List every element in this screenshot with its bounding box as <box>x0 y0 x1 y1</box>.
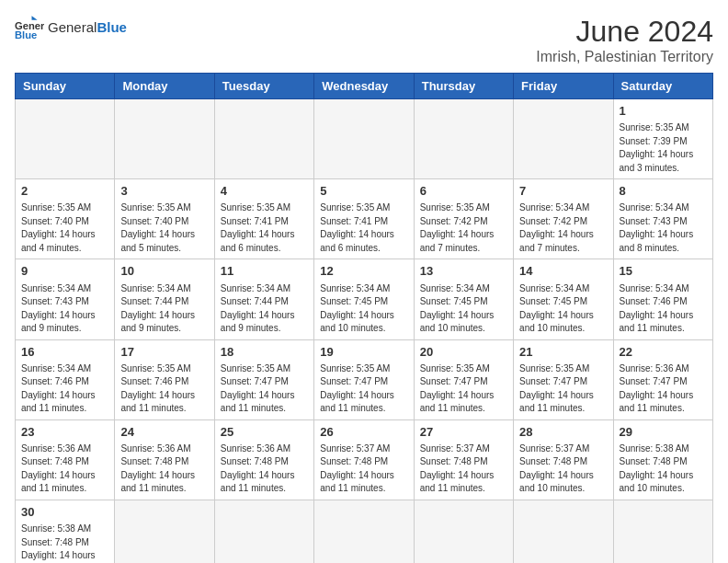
calendar-cell: 12Sunrise: 5:34 AM Sunset: 7:45 PM Dayli… <box>314 259 414 339</box>
day-info: Sunrise: 5:34 AM Sunset: 7:45 PM Dayligh… <box>420 282 507 336</box>
day-number: 16 <box>21 344 108 361</box>
day-info: Sunrise: 5:35 AM Sunset: 7:47 PM Dayligh… <box>420 362 507 416</box>
calendar-cell: 5Sunrise: 5:35 AM Sunset: 7:41 PM Daylig… <box>314 179 414 259</box>
day-number: 24 <box>120 424 208 441</box>
weekday-header-saturday: Saturday <box>613 74 712 99</box>
day-number: 15 <box>620 263 707 280</box>
calendar-cell <box>514 500 613 563</box>
calendar-cell: 11Sunrise: 5:34 AM Sunset: 7:44 PM Dayli… <box>214 259 313 339</box>
calendar-week-3: 9Sunrise: 5:34 AM Sunset: 7:43 PM Daylig… <box>16 259 713 339</box>
calendar-cell <box>514 99 613 179</box>
location: Imrish, Palestinian Territory <box>536 49 713 65</box>
calendar-cell: 15Sunrise: 5:34 AM Sunset: 7:46 PM Dayli… <box>613 259 712 339</box>
day-info: Sunrise: 5:34 AM Sunset: 7:44 PM Dayligh… <box>120 282 208 336</box>
calendar-week-2: 2Sunrise: 5:35 AM Sunset: 7:40 PM Daylig… <box>16 179 713 259</box>
day-info: Sunrise: 5:36 AM Sunset: 7:47 PM Dayligh… <box>620 362 707 416</box>
weekday-header-row: SundayMondayTuesdayWednesdayThursdayFrid… <box>16 74 713 99</box>
calendar-cell <box>214 99 313 179</box>
calendar-cell <box>115 99 214 179</box>
calendar-cell: 27Sunrise: 5:37 AM Sunset: 7:48 PM Dayli… <box>414 419 513 500</box>
day-number: 25 <box>221 424 308 441</box>
calendar-cell: 13Sunrise: 5:34 AM Sunset: 7:45 PM Dayli… <box>414 259 513 339</box>
day-number: 11 <box>221 263 308 280</box>
day-number: 30 <box>21 504 108 521</box>
logo-icon: General Blue <box>15 15 44 40</box>
calendar-cell: 21Sunrise: 5:35 AM Sunset: 7:47 PM Dayli… <box>514 339 613 419</box>
weekday-header-monday: Monday <box>115 74 214 99</box>
calendar-cell: 14Sunrise: 5:34 AM Sunset: 7:45 PM Dayli… <box>514 259 613 339</box>
calendar-cell: 9Sunrise: 5:34 AM Sunset: 7:43 PM Daylig… <box>16 259 115 339</box>
calendar-cell <box>314 500 414 563</box>
svg-text:Blue: Blue <box>15 29 37 40</box>
day-number: 27 <box>420 424 507 441</box>
day-info: Sunrise: 5:35 AM Sunset: 7:40 PM Dayligh… <box>21 201 108 255</box>
day-info: Sunrise: 5:35 AM Sunset: 7:47 PM Dayligh… <box>221 362 308 416</box>
calendar-cell: 29Sunrise: 5:38 AM Sunset: 7:48 PM Dayli… <box>613 419 712 500</box>
day-number: 22 <box>620 344 707 361</box>
day-number: 26 <box>320 424 407 441</box>
calendar-cell: 2Sunrise: 5:35 AM Sunset: 7:40 PM Daylig… <box>16 179 115 259</box>
day-info: Sunrise: 5:34 AM Sunset: 7:44 PM Dayligh… <box>221 282 308 336</box>
month-year: June 2024 <box>536 15 713 49</box>
calendar-cell: 6Sunrise: 5:35 AM Sunset: 7:42 PM Daylig… <box>414 179 513 259</box>
day-info: Sunrise: 5:34 AM Sunset: 7:43 PM Dayligh… <box>620 201 707 255</box>
weekday-header-friday: Friday <box>514 74 613 99</box>
day-number: 1 <box>620 103 707 120</box>
day-info: Sunrise: 5:38 AM Sunset: 7:48 PM Dayligh… <box>620 442 707 496</box>
day-number: 6 <box>420 183 507 200</box>
day-number: 14 <box>519 263 607 280</box>
calendar-cell <box>414 99 513 179</box>
title-block: June 2024 Imrish, Palestinian Territory <box>536 15 713 65</box>
day-info: Sunrise: 5:34 AM Sunset: 7:45 PM Dayligh… <box>320 282 407 336</box>
day-info: Sunrise: 5:37 AM Sunset: 7:48 PM Dayligh… <box>320 442 407 496</box>
weekday-header-sunday: Sunday <box>16 74 115 99</box>
calendar-week-6: 30Sunrise: 5:38 AM Sunset: 7:48 PM Dayli… <box>16 500 713 563</box>
day-number: 10 <box>120 263 208 280</box>
logo: General Blue GeneralBlue <box>15 15 127 40</box>
calendar-cell <box>115 500 214 563</box>
day-number: 29 <box>620 424 707 441</box>
day-info: Sunrise: 5:35 AM Sunset: 7:41 PM Dayligh… <box>320 201 407 255</box>
calendar-cell: 22Sunrise: 5:36 AM Sunset: 7:47 PM Dayli… <box>613 339 712 419</box>
weekday-header-tuesday: Tuesday <box>214 74 313 99</box>
day-info: Sunrise: 5:36 AM Sunset: 7:48 PM Dayligh… <box>221 442 308 496</box>
day-number: 3 <box>120 183 208 200</box>
day-info: Sunrise: 5:34 AM Sunset: 7:45 PM Dayligh… <box>519 282 607 336</box>
day-number: 8 <box>620 183 707 200</box>
calendar-week-1: 1Sunrise: 5:35 AM Sunset: 7:39 PM Daylig… <box>16 99 713 179</box>
day-number: 4 <box>221 183 308 200</box>
calendar-cell: 20Sunrise: 5:35 AM Sunset: 7:47 PM Dayli… <box>414 339 513 419</box>
day-info: Sunrise: 5:37 AM Sunset: 7:48 PM Dayligh… <box>519 442 607 496</box>
calendar-cell: 28Sunrise: 5:37 AM Sunset: 7:48 PM Dayli… <box>514 419 613 500</box>
day-number: 5 <box>320 183 407 200</box>
calendar-week-4: 16Sunrise: 5:34 AM Sunset: 7:46 PM Dayli… <box>16 339 713 419</box>
day-number: 19 <box>320 344 407 361</box>
calendar-cell: 23Sunrise: 5:36 AM Sunset: 7:48 PM Dayli… <box>16 419 115 500</box>
calendar-cell <box>214 500 313 563</box>
day-info: Sunrise: 5:35 AM Sunset: 7:47 PM Dayligh… <box>320 362 407 416</box>
calendar-cell <box>16 99 115 179</box>
day-info: Sunrise: 5:34 AM Sunset: 7:46 PM Dayligh… <box>620 282 707 336</box>
weekday-header-thursday: Thursday <box>414 74 513 99</box>
day-info: Sunrise: 5:36 AM Sunset: 7:48 PM Dayligh… <box>21 442 108 496</box>
calendar-cell: 10Sunrise: 5:34 AM Sunset: 7:44 PM Dayli… <box>115 259 214 339</box>
calendar: SundayMondayTuesdayWednesdayThursdayFrid… <box>15 73 713 563</box>
day-number: 9 <box>21 263 108 280</box>
day-info: Sunrise: 5:35 AM Sunset: 7:46 PM Dayligh… <box>120 362 208 416</box>
day-number: 23 <box>21 424 108 441</box>
day-number: 13 <box>420 263 507 280</box>
calendar-cell <box>314 99 414 179</box>
calendar-cell: 24Sunrise: 5:36 AM Sunset: 7:48 PM Dayli… <box>115 419 214 500</box>
calendar-cell <box>613 500 712 563</box>
weekday-header-wednesday: Wednesday <box>314 74 414 99</box>
calendar-cell: 18Sunrise: 5:35 AM Sunset: 7:47 PM Dayli… <box>214 339 313 419</box>
calendar-cell: 30Sunrise: 5:38 AM Sunset: 7:48 PM Dayli… <box>16 500 115 563</box>
calendar-cell: 4Sunrise: 5:35 AM Sunset: 7:41 PM Daylig… <box>214 179 313 259</box>
day-info: Sunrise: 5:35 AM Sunset: 7:39 PM Dayligh… <box>620 121 707 175</box>
calendar-cell: 16Sunrise: 5:34 AM Sunset: 7:46 PM Dayli… <box>16 339 115 419</box>
calendar-cell: 3Sunrise: 5:35 AM Sunset: 7:40 PM Daylig… <box>115 179 214 259</box>
day-info: Sunrise: 5:38 AM Sunset: 7:48 PM Dayligh… <box>21 523 108 563</box>
day-number: 2 <box>21 183 108 200</box>
calendar-cell: 1Sunrise: 5:35 AM Sunset: 7:39 PM Daylig… <box>613 99 712 179</box>
day-info: Sunrise: 5:34 AM Sunset: 7:46 PM Dayligh… <box>21 362 108 416</box>
